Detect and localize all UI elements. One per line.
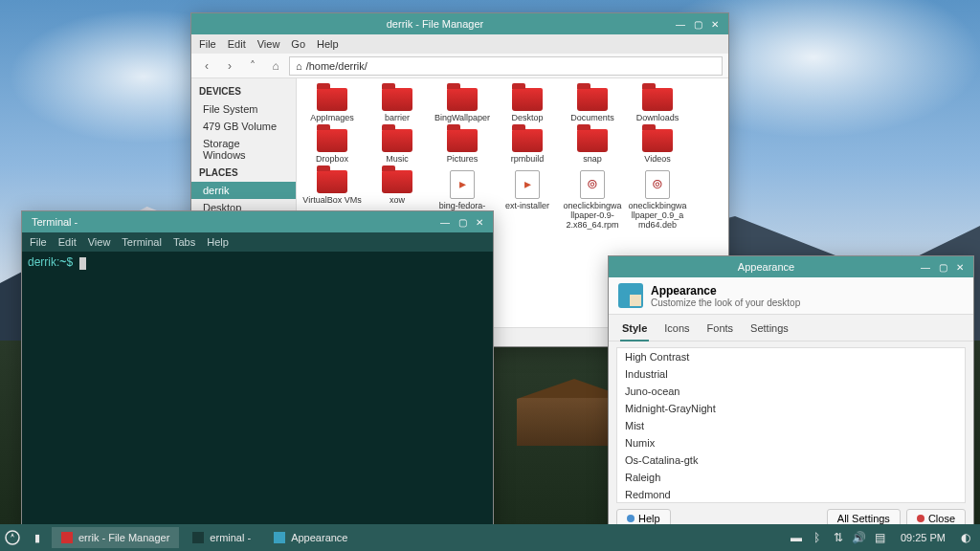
tab-settings[interactable]: Settings bbox=[748, 319, 791, 341]
forward-button[interactable]: › bbox=[220, 56, 239, 76]
volume-icon[interactable]: 🔊 bbox=[853, 531, 866, 544]
minimize-button[interactable]: — bbox=[918, 259, 933, 275]
appearance-header-title: Appearance bbox=[651, 284, 800, 298]
show-desktop-button[interactable]: ▮ bbox=[25, 525, 50, 550]
file-item[interactable]: barrier bbox=[366, 86, 429, 125]
file-label: Dropbox bbox=[316, 155, 348, 165]
folder-icon bbox=[382, 129, 412, 152]
file-item[interactable]: ⊚oneclickbingwallpaper-0.9-2.x86_64.rpm bbox=[561, 168, 624, 232]
folder-icon bbox=[512, 88, 543, 111]
tab-fonts[interactable]: Fonts bbox=[705, 319, 736, 341]
package-icon: ⊚ bbox=[645, 170, 670, 199]
file-label: oneclickbingwallpaper_0.9_amd64.deb bbox=[628, 202, 687, 231]
taskbar[interactable]: ▮ errik - File Managererminal -Appearanc… bbox=[0, 524, 980, 551]
style-row[interactable]: Industrial bbox=[617, 365, 965, 383]
style-list[interactable]: High ContrastIndustrialJuno-oceanMidnigh… bbox=[616, 347, 966, 503]
path-bar[interactable]: ⌂/home/derrik/ bbox=[289, 56, 723, 76]
minimize-button[interactable]: — bbox=[673, 16, 688, 32]
filemgr-toolbar: ‹ › ˄ ⌂ ⌂/home/derrik/ bbox=[191, 54, 728, 78]
style-row[interactable]: High Contrast bbox=[617, 348, 965, 365]
appearance-window[interactable]: Appearance — ▢ ✕ Appearance Customize th… bbox=[608, 255, 974, 535]
tab-style[interactable]: Style bbox=[620, 319, 649, 342]
menu-view[interactable]: View bbox=[88, 236, 111, 248]
file-item[interactable]: Dropbox bbox=[301, 127, 364, 166]
file-item[interactable]: Desktop bbox=[496, 86, 559, 125]
folder-icon bbox=[577, 129, 608, 152]
network-icon[interactable]: ⇅ bbox=[832, 531, 845, 544]
sidebar-header: DEVICES bbox=[191, 82, 296, 100]
maximize-button[interactable]: ▢ bbox=[935, 259, 950, 275]
folder-icon bbox=[642, 129, 673, 152]
file-item[interactable]: rpmbuild bbox=[496, 127, 559, 166]
menu-help[interactable]: Help bbox=[317, 38, 339, 50]
style-row[interactable]: Os-Catalina-gtk bbox=[617, 452, 965, 469]
file-label: Music bbox=[386, 155, 409, 165]
sidebar-item-derrik[interactable]: derrik bbox=[191, 182, 296, 199]
style-row[interactable]: Redmond bbox=[617, 486, 965, 503]
terminal-menubar: FileEditViewTerminalTabsHelp bbox=[22, 232, 493, 252]
file-item[interactable]: Pictures bbox=[431, 127, 494, 166]
folder-icon bbox=[317, 129, 347, 152]
filemgr-titlebar[interactable]: derrik - File Manager — ▢ ✕ bbox=[191, 13, 728, 34]
file-item[interactable]: snap bbox=[561, 127, 624, 166]
user-icon[interactable]: ◐ bbox=[959, 531, 972, 544]
file-item[interactable]: ▸ext-installer bbox=[496, 168, 559, 232]
close-button[interactable]: ✕ bbox=[952, 259, 968, 275]
start-button[interactable] bbox=[0, 525, 25, 550]
style-row[interactable]: Midnight-GrayNight bbox=[617, 400, 965, 417]
minimize-button[interactable]: — bbox=[437, 214, 453, 230]
style-row[interactable]: Raleigh bbox=[617, 469, 965, 486]
file-item[interactable]: Documents bbox=[561, 86, 624, 125]
appearance-titlebar[interactable]: Appearance — ▢ ✕ bbox=[609, 256, 973, 277]
menu-edit[interactable]: Edit bbox=[58, 236, 77, 248]
appearance-title: Appearance bbox=[614, 261, 918, 273]
terminal-window[interactable]: Terminal - — ▢ ✕ FileEditViewTerminalTab… bbox=[21, 210, 494, 529]
file-item[interactable]: Videos bbox=[626, 127, 689, 166]
folder-icon bbox=[642, 88, 673, 111]
tab-icons[interactable]: Icons bbox=[662, 319, 691, 341]
battery-icon[interactable]: ▬ bbox=[790, 531, 803, 544]
style-row[interactable]: Juno-ocean bbox=[617, 383, 965, 400]
menu-tabs[interactable]: Tabs bbox=[173, 236, 195, 248]
maximize-button[interactable]: ▢ bbox=[690, 16, 705, 32]
taskbar-task[interactable]: errik - File Manager bbox=[52, 527, 179, 548]
clock[interactable]: 09:25 PM bbox=[895, 532, 951, 543]
taskbar-task[interactable]: erminal - bbox=[183, 527, 260, 548]
file-label: Videos bbox=[644, 155, 670, 165]
up-button[interactable]: ˄ bbox=[243, 56, 262, 76]
menu-terminal[interactable]: Terminal bbox=[122, 236, 162, 248]
file-item[interactable]: AppImages bbox=[301, 86, 364, 125]
style-row[interactable]: Mist bbox=[617, 417, 965, 434]
menu-go[interactable]: Go bbox=[291, 38, 305, 50]
appearance-header: Appearance Customize the look of your de… bbox=[609, 277, 973, 315]
home-button[interactable]: ⌂ bbox=[266, 56, 285, 76]
file-label: Documents bbox=[570, 114, 614, 123]
file-item[interactable]: Downloads bbox=[626, 86, 689, 125]
style-row[interactable]: Numix bbox=[617, 434, 965, 452]
menu-file[interactable]: File bbox=[30, 236, 47, 248]
terminal-body[interactable]: derrik:~$ bbox=[22, 252, 493, 528]
back-button[interactable]: ‹ bbox=[197, 56, 216, 76]
sidebar-item-479-gb-volume[interactable]: 479 GB Volume bbox=[191, 118, 296, 135]
terminal-cursor bbox=[79, 257, 86, 270]
maximize-button[interactable]: ▢ bbox=[455, 214, 470, 230]
file-item[interactable]: Music bbox=[366, 127, 429, 166]
file-item[interactable]: BingWallpaper bbox=[431, 86, 494, 125]
file-label: rpmbuild bbox=[511, 155, 545, 165]
menu-edit[interactable]: Edit bbox=[228, 38, 246, 50]
bluetooth-icon[interactable]: ᛒ bbox=[811, 531, 824, 544]
notifications-icon[interactable]: ▤ bbox=[874, 531, 887, 544]
task-label: Appearance bbox=[291, 532, 347, 543]
taskbar-task[interactable]: Appearance bbox=[264, 527, 357, 548]
file-label: Pictures bbox=[447, 155, 479, 165]
close-button[interactable]: ✕ bbox=[707, 16, 723, 32]
terminal-titlebar[interactable]: Terminal - — ▢ ✕ bbox=[22, 211, 493, 232]
sidebar-item-file-system[interactable]: File System bbox=[191, 100, 296, 118]
close-button[interactable]: ✕ bbox=[472, 214, 487, 230]
sidebar-item-storage-windows[interactable]: Storage Windows bbox=[191, 135, 296, 164]
task-label: errik - File Manager bbox=[78, 532, 169, 543]
file-item[interactable]: ⊚oneclickbingwallpaper_0.9_amd64.deb bbox=[626, 168, 689, 232]
menu-view[interactable]: View bbox=[257, 38, 280, 50]
menu-file[interactable]: File bbox=[199, 38, 216, 50]
menu-help[interactable]: Help bbox=[207, 236, 229, 248]
